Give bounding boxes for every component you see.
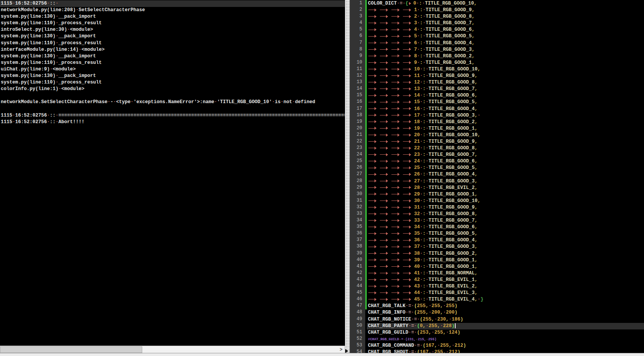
code-line[interactable]: 32·:·TITLE_RGB_GOOD_8, [367,211,644,217]
editor-content[interactable]: COLOR_DICT·=·{0·:·TITLE_RGB_GOOD_10,1·:·… [367,0,644,356]
log-line[interactable]: colorInfo.py(line:1)·<module> [0,86,345,92]
log-line[interactable]: system.py(line:110)·_process_result [0,20,345,27]
code-line[interactable]: 10·:·TITLE_RGB_GOOD_10, [367,66,644,73]
line-number[interactable]: 30 [350,191,365,197]
code-line[interactable]: 9·:·TITLE_RGB_GOOD_1, [367,60,644,66]
code-line[interactable]: 8·:·TITLE_RGB_GOOD_2, [367,53,644,60]
line-number[interactable]: 43 [350,276,365,283]
code-line[interactable]: 11·:·TITLE_RGB_GOOD_9, [367,73,644,79]
code-line[interactable]: CHAT_RGB_PARTY·=·(0,·255,·228) [367,323,644,329]
line-number[interactable]: 2 [350,7,365,13]
scroll-right-button[interactable]: > [337,346,345,353]
line-number[interactable]: 29 [350,184,365,191]
log-line[interactable]: networkModule.SetSelectCharacterPhase·-·… [0,99,345,105]
line-number[interactable]: 28 [350,178,365,184]
code-line[interactable]: CHAT_RGB_INFO·=·(255,·200,·200) [367,309,644,316]
line-number[interactable]: 21 [350,132,365,138]
line-number[interactable]: 47 [350,303,365,309]
line-number[interactable]: 16 [350,99,365,105]
code-line[interactable]: 20·:·TITLE_RGB_GOOD_10, [367,132,644,139]
code-line[interactable]: 16·:·TITLE_RGB_GOOD_4, [367,106,644,112]
code-line[interactable]: 12·:·TITLE_RGB_GOOD_8, [367,79,644,86]
log-line[interactable]: system.py(line:110)·_process_result [0,40,345,47]
line-number[interactable]: 40 [350,257,365,263]
scrollbar-thumb[interactable] [0,346,142,353]
code-line[interactable]: 24·:·TITLE_RGB_GOOD_6, [367,158,644,165]
code-line[interactable]: 29·:·TITLE_RGB_GOOD_1, [367,191,644,198]
code-line[interactable]: CHAT_RGB_TALK·=·(255,·255,·255) [367,303,644,309]
code-line[interactable]: 37·:·TITLE_RGB_GOOD_3, [367,244,644,250]
line-number[interactable]: 24 [350,151,365,158]
log-line[interactable]: system.py(line:130)·__pack_import [0,73,345,79]
code-line[interactable]: 14·:·TITLE_RGB_GOOD_6, [367,92,644,99]
code-line[interactable]: 4·:·TITLE_RGB_GOOD_6, [367,27,644,33]
log-content[interactable]: 1115·16:52:02756·::·networkModule.py(lin… [0,0,345,125]
code-line[interactable]: 3·:·TITLE_RGB_GOOD_7, [367,20,644,27]
line-number[interactable]: 52 [350,336,365,342]
line-number[interactable]: 53 [350,342,365,349]
log-line[interactable]: 1115·16:52:02756·::·====================… [0,112,345,119]
code-line[interactable]: 30·:·TITLE_RGB_GOOD_10, [367,198,644,204]
log-line[interactable]: networkModule.py(line:208)·SetSelectChar… [0,7,345,13]
log-line[interactable]: interfaceModule.py(line:14)·<module> [0,47,345,53]
line-number[interactable]: 13 [350,79,365,85]
line-number[interactable]: 6 [350,33,365,39]
code-line[interactable]: CHAT_RGB_GUILD·=·(253,·255,·124) [367,329,644,336]
log-line[interactable] [0,106,345,112]
line-number[interactable]: 31 [350,197,365,204]
code-line[interactable]: 33·:·TITLE_RGB_GOOD_7, [367,217,644,224]
log-line[interactable]: system.py(line:110)·_process_result [0,79,345,86]
code-line[interactable]: 40·:·TITLE_RGB_GOOD_1, [367,264,644,270]
line-number[interactable]: 35 [350,224,365,230]
line-number[interactable]: 23 [350,145,365,151]
log-line[interactable]: system.py(line:130)·__pack_import [0,53,345,60]
line-number[interactable]: 1 [350,0,365,7]
editor-pane[interactable]: 1234567891011121314151617181920212223242… [350,0,644,356]
log-line[interactable] [0,92,345,99]
line-number[interactable]: 50 [350,323,365,329]
line-number[interactable]: 11 [350,66,365,72]
line-number-gutter[interactable]: 1234567891011121314151617181920212223242… [350,0,365,356]
line-number[interactable]: 48 [350,309,365,316]
code-line[interactable]: 13·:·TITLE_RGB_GOOD_7, [367,86,644,92]
line-number[interactable]: 32 [350,204,365,211]
code-line[interactable]: 2·:·TITLE_RGB_GOOD_8, [367,13,644,20]
code-line[interactable]: 27·:·TITLE_RGB_GOOD_3, [367,178,644,185]
line-number[interactable]: 45 [350,289,365,296]
line-number[interactable]: 36 [350,230,365,237]
line-number[interactable]: 18 [350,112,365,119]
code-line[interactable]: 41·:·TITLE_RGB_NORMAL, [367,270,644,277]
code-line[interactable]: 45·:·TITLE_RGB_EVIL_4,·} [367,296,644,303]
code-line[interactable]: 44·:·TITLE_RGB_EVIL_3, [367,290,644,296]
log-line[interactable]: system.py(line:130)·__pack_import [0,33,345,40]
line-number[interactable]: 14 [350,85,365,92]
code-line[interactable]: 18·:·TITLE_RGB_GOOD_2, [367,119,644,125]
line-number[interactable]: 17 [350,105,365,112]
log-pane[interactable]: 1115·16:52:02756·::·networkModule.py(lin… [0,0,345,356]
line-number[interactable]: 34 [350,217,365,224]
line-number[interactable]: 3 [350,13,365,20]
line-number[interactable]: 19 [350,119,365,125]
code-line[interactable]: 22·:·TITLE_RGB_GOOD_8, [367,145,644,152]
line-number[interactable]: 41 [350,263,365,270]
line-number[interactable]: 44 [350,283,365,289]
log-line[interactable]: introSelect.py(line:30)·<module> [0,27,345,33]
line-number[interactable]: 26 [350,164,365,171]
code-line[interactable]: CHAT_RGB_NOTICE·=·(255,·230,·186) [367,316,644,323]
code-line[interactable]: 42·:·TITLE_RGB_EVIL_1, [367,277,644,283]
code-line[interactable]: 5·:·TITLE_RGB_GOOD_5, [367,33,644,40]
line-number[interactable]: 12 [350,72,365,79]
line-number[interactable]: 49 [350,316,365,323]
line-number[interactable]: 7 [350,40,365,46]
code-line[interactable]: 23·:·TITLE_RGB_GOOD_7, [367,152,644,158]
code-line[interactable]: 38·:·TITLE_RGB_GOOD_2, [367,251,644,257]
line-number[interactable]: 15 [350,92,365,99]
code-line[interactable]: COLOR_DICT·=·{0·:·TITLE_RGB_GOOD_10, [367,0,644,7]
line-number[interactable]: 10 [350,59,365,66]
line-number[interactable]: 46 [350,296,365,303]
line-number[interactable]: 5 [350,26,365,33]
line-number[interactable]: 37 [350,237,365,243]
code-line[interactable]: #CHAT_RGB_GUILD·=·(231,·215,·255) [367,336,644,343]
triangle-right-icon[interactable] [345,349,348,353]
line-number[interactable]: 25 [350,158,365,164]
